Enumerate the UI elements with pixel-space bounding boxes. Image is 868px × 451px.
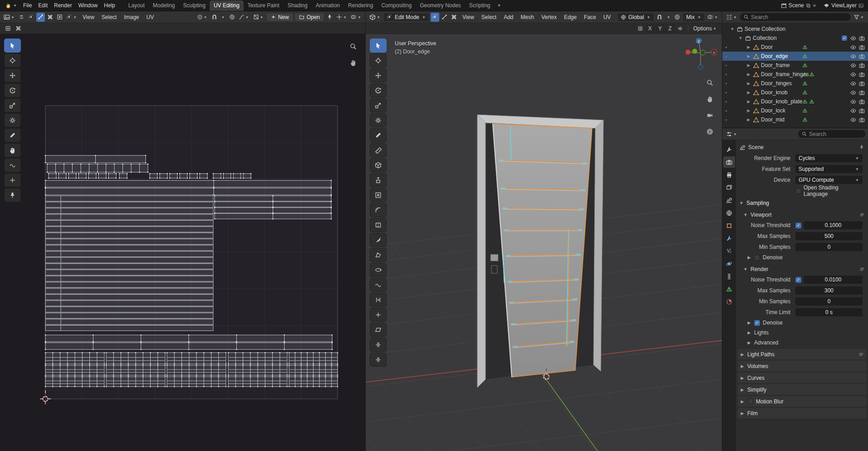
preset-menu-icon[interactable] (859, 267, 865, 272)
viewport-tool-spin[interactable] (370, 263, 387, 277)
viewport-zoom-button[interactable] (705, 78, 715, 87)
mirror-axis-z-toggle[interactable]: Z (666, 24, 674, 33)
new-viewlayer-icon[interactable] (858, 3, 863, 8)
viewport-menu-add[interactable]: Add (500, 13, 516, 22)
viewport-overlays-dropdown[interactable]: ▾ (706, 13, 720, 22)
outliner-row-door-hinges[interactable]: ▶Door_hinges (722, 79, 868, 88)
properties-tab-modifiers[interactable] (723, 233, 735, 244)
mesh-select-mode-edge[interactable] (440, 13, 449, 22)
viewport-snap-toggle[interactable] (655, 13, 664, 22)
disclosure-closed-icon[interactable]: ▶ (746, 117, 751, 122)
topbar-menu-help[interactable]: Help (101, 1, 118, 10)
topbar-menu-render[interactable]: Render (51, 1, 75, 10)
mode-dropdown[interactable]: Edit Mode▾ (383, 13, 430, 22)
viewport-tool-shear[interactable] (370, 323, 387, 337)
viewport-tool-select-box[interactable] (370, 39, 387, 53)
disclosure-closed-icon[interactable]: ▶ (746, 81, 751, 86)
properties-editor-type-button[interactable]: ▾ (725, 130, 739, 139)
uv-tool-pin-uv[interactable] (4, 188, 21, 202)
viewport-menu-mesh[interactable]: Mesh (518, 13, 537, 22)
panel-curves[interactable]: ▶Curves (737, 373, 867, 383)
disclosure-open-icon[interactable]: ▼ (738, 36, 743, 40)
visibility-eye-icon[interactable] (850, 99, 856, 105)
transform-orientation-dropdown[interactable]: Global▾ (617, 13, 655, 22)
mirror-axis-y-toggle[interactable]: Y (656, 24, 664, 33)
noise-threshold-checkbox[interactable]: ✓ (795, 277, 801, 283)
viewport-tool-cursor[interactable] (370, 53, 387, 68)
render-engine-dropdown[interactable]: Cycles▾ (795, 154, 863, 162)
topbar-menu-edit[interactable]: Edit (35, 1, 51, 10)
disclosure-closed-icon[interactable]: ▶ (746, 54, 751, 58)
feature-set-dropdown[interactable]: Supported▾ (795, 165, 863, 173)
uv-menu-select[interactable]: Select (98, 13, 120, 22)
viewport-menu-view[interactable]: View (459, 13, 477, 22)
properties-tab-constraints[interactable] (723, 271, 735, 282)
workspace-tab-scripting[interactable]: Scripting (465, 0, 495, 11)
viewport-proportional-edit-toggle[interactable] (673, 13, 682, 22)
outliner-row-door-edge[interactable]: ▶Door_edge (722, 52, 868, 61)
time-limit-field[interactable]: 0 s (795, 308, 863, 316)
viewport-pan-button[interactable] (705, 94, 715, 104)
viewport-tool-poly-build[interactable] (370, 248, 387, 262)
topbar-menu-window[interactable]: Window (75, 1, 101, 10)
uv-tool-scale[interactable] (4, 98, 21, 112)
visibility-eye-icon[interactable] (850, 90, 856, 96)
viewlayer-selector[interactable]: ViewLayer (822, 1, 865, 10)
preset-menu-icon[interactable] (859, 212, 865, 218)
uv-sticky-select-dropdown[interactable]: ▾ (65, 13, 78, 22)
uv-select-sync-toggle[interactable] (17, 13, 26, 22)
uv-tool-settings-button-2[interactable] (14, 24, 23, 33)
workspace-tab-uv-editing[interactable]: UV Editing (210, 0, 244, 11)
disclosure-closed-icon[interactable]: ▶ (746, 45, 751, 49)
min-samples-field[interactable]: 0 (795, 297, 863, 306)
outliner-row-door-knob[interactable]: ▶Door_knob (722, 88, 868, 97)
outliner-row-door-lock[interactable]: ▶Door_lock (722, 106, 868, 115)
panel-header-viewport[interactable]: ▼Viewport (736, 209, 868, 220)
viewport-editor-type-button[interactable]: ▾ (368, 13, 382, 22)
render-visibility-camera-icon[interactable] (859, 99, 865, 105)
uv-pan-button[interactable] (348, 58, 358, 68)
uv-select-mode-face[interactable] (46, 13, 54, 22)
transform-gizmos-button[interactable] (636, 24, 644, 33)
subpanel-advanced[interactable]: ▶Advanced (736, 338, 868, 348)
properties-tab-tool[interactable] (723, 144, 735, 155)
viewport-camera-view-button[interactable] (705, 110, 715, 120)
properties-tab-object-data[interactable] (723, 283, 735, 295)
properties-tab-render[interactable] (723, 156, 735, 168)
viewport-3d-canvas[interactable]: User Perspective (2) Door_edge XZ (366, 34, 722, 451)
min-samples-field[interactable]: 0 (795, 243, 863, 251)
open-shading-language-checkbox[interactable] (795, 188, 801, 194)
subpanel-lights[interactable]: ▶Lights (736, 328, 868, 338)
uv-display-channels-dropdown[interactable]: ▾ (252, 13, 265, 22)
properties-tab-material[interactable] (723, 296, 735, 307)
panel-volumes[interactable]: ▶Volumes (737, 361, 867, 371)
workspace-tab-modeling[interactable]: Modeling (149, 0, 179, 11)
properties-tab-particles[interactable] (723, 245, 735, 257)
uv-pin-button[interactable] (325, 13, 334, 22)
uv-select-mode-island[interactable] (55, 13, 64, 22)
tool-options-dropdown[interactable]: Options▾ (692, 24, 718, 33)
uv-pivot-point-dropdown[interactable]: ▾ (196, 13, 209, 22)
viewport-menu-edge[interactable]: Edge (561, 13, 580, 22)
viewport-menu-face[interactable]: Face (581, 13, 599, 22)
disclosure-closed-icon[interactable]: ▶ (746, 72, 751, 77)
workspace-tab-shading[interactable]: Shading (284, 0, 312, 11)
visibility-eye-icon[interactable] (850, 63, 856, 68)
mirror-options-button[interactable] (676, 24, 684, 33)
workspace-tab-geometry-nodes[interactable]: Geometry Nodes (416, 0, 465, 11)
workspace-tab-layout[interactable]: Layout (124, 0, 149, 11)
viewport-tool-shrink-fatten[interactable] (370, 308, 387, 322)
visibility-eye-icon[interactable] (850, 117, 856, 123)
collection-exclude-checkbox[interactable]: ✓ (842, 35, 847, 41)
properties-tab-output[interactable] (723, 169, 735, 180)
uv-tool-relax[interactable] (4, 158, 21, 172)
max-samples-field[interactable]: 300 (795, 286, 863, 295)
viewport-tool-rip-region[interactable] (370, 338, 387, 352)
noise-threshold-checkbox[interactable]: ✓ (795, 223, 801, 228)
viewport-tool-edge-slide[interactable] (370, 293, 387, 307)
viewport-tool-add-cube[interactable] (370, 158, 387, 172)
uv-tool-grab[interactable] (4, 143, 21, 157)
viewport-tool-measure[interactable] (370, 143, 387, 157)
disclosure-closed-icon[interactable]: ▶ (746, 63, 751, 68)
workspace-tab-sculpting[interactable]: Sculpting (179, 0, 210, 11)
